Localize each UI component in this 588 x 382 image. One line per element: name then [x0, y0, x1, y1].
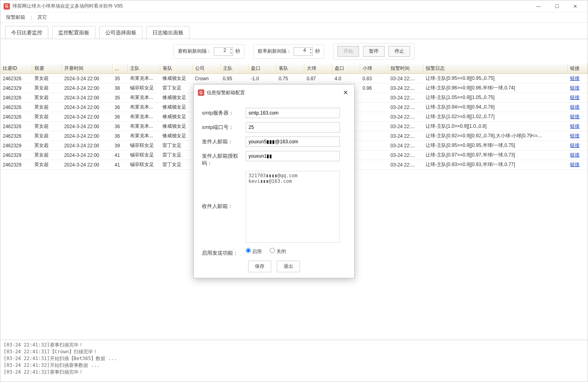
control-row: 赛程刷新间隔： 2 秒 赔率刷新间隔： 4 秒 开始 暂停 停止 — [0, 39, 588, 63]
log-output[interactable]: [03-24 22:41:32]赛事扫描完毕！ [03-24 22:41:31]… — [0, 340, 588, 382]
col-header-4[interactable]: 主队 — [128, 63, 160, 74]
dialog-icon: G — [198, 89, 204, 96]
app-icon: G — [4, 3, 10, 10]
dialog-title: 信息报警邮箱配置 — [207, 89, 245, 96]
close-button[interactable]: ✕ — [566, 1, 584, 12]
col-header-7[interactable]: 主队 — [220, 63, 248, 74]
recipients-label: 收件人邮箱： — [202, 171, 246, 210]
match-link[interactable]: 链接 — [570, 75, 580, 81]
col-header-12[interactable]: 小球 — [360, 63, 388, 74]
match-link[interactable]: 链接 — [570, 152, 580, 158]
schedule-sec-unit: 秒 — [235, 48, 240, 55]
col-header-9[interactable]: 客队 — [276, 63, 304, 74]
smtp-port-input[interactable] — [246, 122, 340, 133]
window-buttons: — ☐ ✕ — [529, 1, 584, 12]
col-header-13[interactable]: 报警时间 — [388, 63, 423, 74]
tab-log-panel[interactable]: 日志输出面板 — [146, 26, 189, 39]
menu-other[interactable]: 其它 — [35, 13, 49, 22]
col-header-15[interactable]: 链接 — [568, 63, 588, 74]
col-header-10[interactable]: 大球 — [304, 63, 332, 74]
sender-email-label: 发件人邮箱： — [202, 137, 246, 145]
smtp-port-label: smtp端口号： — [202, 122, 246, 131]
smtp-server-input[interactable] — [246, 108, 340, 118]
dialog-close-button[interactable]: ✕ — [341, 88, 350, 97]
dialog-titlebar: G 信息报警邮箱配置 ✕ — [194, 85, 354, 101]
odds-refresh-group: 赔率刷新间隔： 4 秒 — [253, 44, 324, 59]
tab-config-panel[interactable]: 监控配置面板 — [52, 26, 95, 39]
auth-code-label: 发件人邮箱授权码： — [202, 151, 246, 167]
match-link[interactable]: 链接 — [570, 104, 580, 110]
enable-off-radio[interactable]: 关闭 — [270, 248, 286, 255]
recipients-textarea[interactable] — [246, 171, 340, 243]
col-header-2[interactable]: 开赛时间 — [62, 63, 112, 74]
table-row[interactable]: 2462326英女超2024-3-24 22:0035布莱克本...修咸顿女足C… — [0, 74, 588, 83]
enable-send-label: 启用发送功能： — [202, 248, 246, 257]
col-header-3[interactable]: ... — [112, 63, 127, 74]
menu-sep: | — [31, 15, 32, 20]
col-header-6[interactable]: 公司 — [192, 63, 220, 74]
auth-code-input[interactable] — [246, 151, 340, 161]
window-title: 球探网让球大小球单场自定义多场同时看水软件 V85 — [12, 3, 529, 10]
stop-button[interactable]: 停止 — [389, 46, 410, 57]
dialog-body: smtp服务器： smtp端口号： 发件人邮箱： 发件人邮箱授权码： 收件人邮箱… — [194, 101, 354, 278]
tab-today-monitor[interactable]: 今日比赛监控 — [5, 26, 48, 39]
schedule-refresh-group: 赛程刷新间隔： 2 秒 — [174, 44, 245, 59]
col-header-1[interactable]: 联赛 — [32, 63, 62, 74]
save-button[interactable]: 保存 — [248, 261, 271, 272]
col-header-8[interactable]: 盘口 — [249, 63, 276, 74]
tab-company-panel[interactable]: 公司选择面板 — [99, 26, 142, 39]
titlebar: G 球探网让球大小球单场自定义多场同时看水软件 V85 — ☐ ✕ — [0, 0, 588, 12]
maximize-button[interactable]: ☐ — [548, 1, 566, 12]
odds-refresh-label: 赔率刷新间隔： — [258, 48, 291, 55]
table-header-row: 比赛ID联赛开赛时间...主队客队公司主队盘口客队大球盘口小球报警时间报警日志链… — [0, 63, 588, 74]
match-link[interactable]: 链接 — [570, 95, 580, 100]
email-config-dialog: G 信息报警邮箱配置 ✕ smtp服务器： smtp端口号： 发件人邮箱： 发件… — [193, 84, 355, 278]
match-link[interactable]: 链接 — [570, 162, 580, 167]
col-header-0[interactable]: 比赛ID — [0, 63, 32, 74]
match-link[interactable]: 链接 — [570, 85, 580, 91]
minimize-button[interactable]: — — [529, 1, 548, 12]
match-link[interactable]: 链接 — [570, 143, 580, 148]
smtp-server-label: smtp服务器： — [202, 108, 246, 117]
match-link[interactable]: 链接 — [570, 123, 580, 129]
odds-refresh-input[interactable]: 4 — [294, 47, 313, 56]
match-link[interactable]: 链接 — [570, 114, 580, 119]
schedule-refresh-input[interactable]: 2 — [214, 47, 233, 56]
tab-bar: 今日比赛监控 监控配置面板 公司选择面板 日志输出面板 — [0, 23, 588, 39]
schedule-refresh-label: 赛程刷新间隔： — [178, 48, 211, 55]
col-header-11[interactable]: 盘口 — [332, 63, 360, 74]
pause-button[interactable]: 暂停 — [363, 46, 385, 57]
action-buttons-group: 开始 暂停 停止 — [333, 43, 414, 59]
start-button[interactable]: 开始 — [337, 46, 359, 57]
menu-alert-email[interactable]: 报警邮箱 — [4, 13, 28, 22]
enable-on-radio[interactable]: 启用 — [246, 248, 262, 255]
odds-sec-unit: 秒 — [315, 48, 320, 55]
match-link[interactable]: 链接 — [570, 133, 580, 139]
col-header-14[interactable]: 报警日志 — [423, 63, 568, 74]
menubar: 报警邮箱 | 其它 — [0, 12, 588, 23]
exit-button[interactable]: 退出 — [277, 261, 300, 272]
col-header-5[interactable]: 客队 — [160, 63, 192, 74]
sender-email-input[interactable] — [246, 137, 340, 147]
